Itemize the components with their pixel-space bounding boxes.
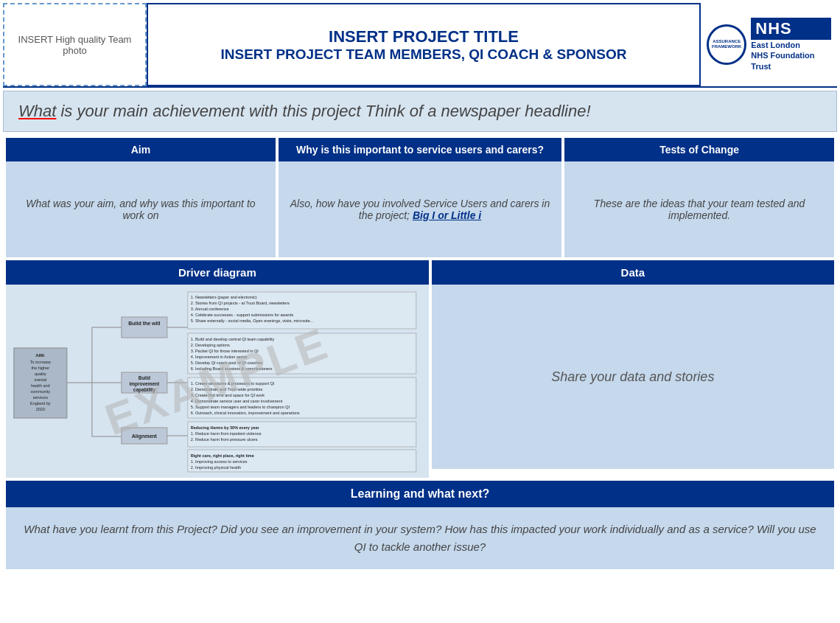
svg-text:4. Celebrate successes - suppo: 4. Celebrate successes - support submiss… bbox=[191, 313, 294, 317]
svg-text:2. Improving physical health: 2. Improving physical health bbox=[191, 465, 241, 470]
svg-text:2020: 2020 bbox=[36, 407, 45, 411]
project-title-line1: INSERT PROJECT TITLE bbox=[329, 27, 519, 46]
importance-body: Also, how have you involved Service User… bbox=[279, 161, 561, 257]
learning-section: Learning and what next? What have you le… bbox=[6, 481, 834, 569]
svg-text:Reducing Harms by 30% every ye: Reducing Harms by 30% every year bbox=[191, 425, 260, 430]
svg-text:services: services bbox=[33, 395, 48, 400]
data-header: Data bbox=[432, 260, 834, 285]
two-col-section: Driver diagram EXAMPLE AIM: To increase … bbox=[3, 257, 837, 478]
svg-text:1. Reduce harm from inpatient : 1. Reduce harm from inpatient violence bbox=[191, 431, 262, 436]
svg-text:improvement: improvement bbox=[129, 381, 160, 387]
svg-text:2. Demonstrate and Trust-wide : 2. Demonstrate and Trust-wide priorities bbox=[191, 387, 263, 391]
svg-text:4. Demonstrate service user an: 4. Demonstrate service user and carer in… bbox=[191, 399, 283, 403]
svg-text:1. Create structures & process: 1. Create structures & processes to supp… bbox=[191, 381, 275, 386]
project-title-box: INSERT PROJECT TITLE INSERT PROJECT TEAM… bbox=[147, 3, 701, 86]
data-body: Share your data and stories bbox=[432, 285, 834, 469]
data-body-text: Share your data and stories bbox=[551, 369, 714, 385]
svg-text:3. Packet QI for those interes: 3. Packet QI for those interested in QI bbox=[191, 349, 259, 353]
tests-of-change-box: Tests of Change These are the ideas that… bbox=[564, 138, 834, 257]
team-photo-placeholder: INSERT High quality Team photo bbox=[3, 3, 147, 86]
assurance-circle: ASSURANCEFRAMEWORK bbox=[707, 24, 746, 65]
aim-body: What was your aim, and why was this impo… bbox=[6, 161, 276, 257]
nhs-logo: ASSURANCEFRAMEWORK NHS East London NHS F… bbox=[707, 18, 831, 72]
svg-text:mental: mental bbox=[35, 377, 47, 382]
header: INSERT High quality Team photo INSERT PR… bbox=[3, 3, 837, 88]
logo-area: ASSURANCEFRAMEWORK NHS East London NHS F… bbox=[701, 3, 837, 86]
driver-diagram-content: EXAMPLE AIM: To increase the higher qual… bbox=[6, 285, 429, 478]
learning-header: Learning and what next? bbox=[6, 481, 834, 507]
learning-body-text: What have you learnt from this Project? … bbox=[21, 521, 819, 556]
svg-text:capability: capability bbox=[133, 387, 155, 393]
headline-text: What is your main achievement with this … bbox=[18, 102, 822, 121]
nhs-brand: NHS East London NHS Foundation Trust bbox=[751, 18, 831, 72]
svg-text:To increase: To increase bbox=[30, 360, 51, 364]
svg-text:2. Developing options: 2. Developing options bbox=[191, 343, 230, 347]
svg-text:5. Develop QI coach pool of QI: 5. Develop QI coach pool of QI coaches bbox=[191, 361, 262, 365]
svg-text:2. Stories from QI projects - : 2. Stories from QI projects - at Trust B… bbox=[191, 301, 290, 305]
tests-of-change-body-text: These are the ideas that your team teste… bbox=[573, 198, 825, 221]
svg-text:1. Build and develop central Q: 1. Build and develop central QI team cap… bbox=[191, 337, 275, 341]
svg-text:6. Outreach, clinical innovati: 6. Outreach, clinical innovation, improv… bbox=[191, 411, 300, 415]
svg-text:3. Create find time and space : 3. Create find time and space for QI wor… bbox=[191, 393, 265, 397]
svg-text:Build: Build bbox=[139, 375, 150, 380]
svg-text:England by: England by bbox=[30, 401, 51, 406]
importance-body-text: Also, how have you involved Service User… bbox=[287, 198, 553, 221]
svg-text:1. Newsletters (paper and elec: 1. Newsletters (paper and electronic) bbox=[191, 295, 257, 299]
driver-diagram-header: Driver diagram bbox=[6, 260, 429, 285]
headline-underline-word: What bbox=[18, 102, 56, 120]
nhs-org-name: East London NHS Foundation Trust bbox=[751, 40, 831, 72]
three-col-section: Aim What was your aim, and why was this … bbox=[3, 135, 837, 257]
project-title-line2: INSERT PROJECT TEAM MEMBERS, QI COACH & … bbox=[220, 46, 626, 63]
data-box: Data Share your data and stories bbox=[432, 260, 834, 478]
svg-text:6. Including Board sessions & : 6. Including Board sessions & commission… bbox=[191, 366, 273, 371]
importance-box: Why is this important to service users a… bbox=[279, 138, 561, 257]
driver-diagram-box: Driver diagram EXAMPLE AIM: To increase … bbox=[6, 260, 429, 478]
svg-text:Build the will: Build the will bbox=[128, 321, 160, 326]
aim-header: Aim bbox=[6, 138, 276, 161]
svg-text:quality: quality bbox=[35, 372, 46, 376]
svg-text:the higher: the higher bbox=[32, 366, 50, 370]
svg-text:1. Improving access to service: 1. Improving access to services bbox=[191, 459, 248, 464]
headline-body: is your main achievement with this proje… bbox=[56, 102, 590, 120]
svg-text:community: community bbox=[31, 389, 51, 394]
tests-of-change-header: Tests of Change bbox=[564, 138, 834, 161]
driver-diagram-svg: AIM: To increase the higher quality ment… bbox=[10, 289, 424, 473]
svg-text:4. Improvement in Action serie: 4. Improvement in Action series bbox=[191, 355, 248, 359]
headline-banner: What is your main achievement with this … bbox=[3, 91, 837, 132]
learning-body: What have you learnt from this Project? … bbox=[6, 507, 834, 569]
nhs-badge: NHS bbox=[751, 18, 831, 40]
svg-text:3. Annual conference: 3. Annual conference bbox=[191, 307, 229, 311]
big-i-link[interactable]: Big I or Little i bbox=[413, 209, 481, 221]
svg-text:2. Reduce harm from pressure u: 2. Reduce harm from pressure ulcers bbox=[191, 437, 258, 442]
importance-header: Why is this important to service users a… bbox=[279, 138, 561, 161]
svg-text:health and: health and bbox=[31, 383, 50, 388]
tests-of-change-body: These are the ideas that your team teste… bbox=[564, 161, 834, 257]
svg-text:5. Share externally - social m: 5. Share externally - social media, Open… bbox=[191, 319, 314, 323]
svg-text:AIM:: AIM: bbox=[35, 353, 45, 358]
svg-text:Alignment: Alignment bbox=[132, 434, 158, 439]
aim-body-text: What was your aim, and why was this impo… bbox=[15, 198, 267, 221]
svg-text:Right care, right place, right: Right care, right place, right time bbox=[191, 453, 254, 458]
aim-box: Aim What was your aim, and why was this … bbox=[6, 138, 276, 257]
svg-text:5. Support team managers and l: 5. Support team managers and leaders to … bbox=[191, 405, 290, 409]
